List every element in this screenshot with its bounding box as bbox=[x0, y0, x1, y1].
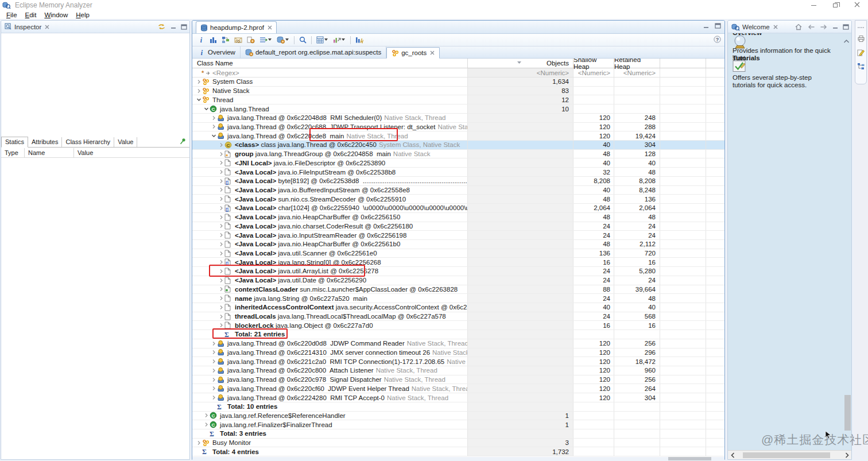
table-row[interactable]: java.lang.Thread @ 0x6c220c688 JDWP Tran… bbox=[192, 123, 724, 132]
table-row[interactable]: []<Java Local> char[1024] @ 0x6c2255940 … bbox=[192, 204, 724, 213]
view-tab-overview[interactable]: iOverview bbox=[193, 47, 241, 58]
tab-class-hierarchy[interactable]: Class Hierarchy bbox=[62, 137, 114, 147]
expand-icon[interactable] bbox=[211, 368, 217, 373]
table-row[interactable]: C<class> class java.lang.Thread @ 0x6c22… bbox=[192, 141, 724, 150]
table-row[interactable]: name java.lang.String @ 0x6c227a520 main… bbox=[192, 294, 724, 303]
table-row[interactable]: ΣTotal: 4 entries1,732 bbox=[192, 447, 724, 456]
print-icon[interactable] bbox=[857, 35, 865, 44]
calculator-button[interactable] bbox=[315, 35, 330, 45]
expand-icon[interactable] bbox=[196, 79, 202, 84]
editor-tab-heapdump[interactable]: heapdump-2.hprof bbox=[196, 21, 277, 33]
expert-system-button[interactable] bbox=[245, 35, 257, 45]
back-icon[interactable] bbox=[807, 24, 815, 30]
table-row[interactable]: group java.lang.ThreadGroup @ 0x6c220485… bbox=[192, 150, 724, 159]
numeric-filter-input[interactable]: <Numeric> bbox=[467, 68, 573, 77]
expand-icon[interactable] bbox=[218, 169, 224, 175]
table-row[interactable]: blockerLock java.lang.Object @ 0x6c227a7… bbox=[192, 321, 724, 330]
drag-handle-icon[interactable] bbox=[857, 23, 865, 30]
expand-icon[interactable] bbox=[196, 88, 202, 94]
expand-icon[interactable] bbox=[218, 215, 224, 220]
collapse-icon[interactable] bbox=[203, 106, 210, 111]
search-button[interactable] bbox=[297, 35, 308, 45]
dropdown-caret-icon[interactable] bbox=[285, 38, 289, 41]
expand-icon[interactable] bbox=[203, 413, 210, 418]
table-row[interactable]: Cjava.lang.ref.Finalizer$FinalizerThread… bbox=[192, 420, 724, 429]
table-row[interactable]: java.lang.Thread @ 0x6c220cde8 mainNativ… bbox=[192, 131, 724, 141]
expand-icon[interactable] bbox=[218, 142, 224, 148]
table-row[interactable]: Thread12 bbox=[192, 95, 724, 104]
table-row[interactable]: java.lang.Thread @ 0x6c220d0d8 JDWP Comm… bbox=[192, 339, 724, 348]
table-row[interactable]: <JNI Local> java.io.FileDescriptor @ 0x6… bbox=[192, 158, 724, 168]
column-shallow-heap[interactable]: Shallow Heap bbox=[573, 59, 614, 68]
table-row[interactable]: java.lang.Thread @ 0x6c220c978 Signal Di… bbox=[192, 375, 724, 385]
table-row[interactable]: java.lang.Thread @ 0x6c2224280 RMI TCP A… bbox=[192, 393, 724, 402]
welcome-tab[interactable]: Welcome bbox=[728, 21, 781, 33]
home-icon[interactable] bbox=[795, 23, 803, 30]
expand-icon[interactable] bbox=[218, 251, 224, 256]
table-row[interactable]: threadLocals java.lang.ThreadLocal$Threa… bbox=[192, 312, 724, 321]
column-class-name[interactable]: Class Name bbox=[192, 59, 467, 68]
expand-icon[interactable] bbox=[218, 196, 224, 202]
table-row[interactable]: java.lang.Thread @ 0x6c2214310 JMX serve… bbox=[192, 348, 724, 358]
table-row[interactable]: <Java Local> java.nio.HeapCharBuffer @ 0… bbox=[192, 213, 724, 222]
inspector-tab[interactable]: Inspector bbox=[1, 21, 53, 33]
edit-icon[interactable] bbox=[857, 49, 865, 57]
dropdown-caret-icon[interactable] bbox=[324, 38, 328, 41]
expand-icon[interactable] bbox=[218, 242, 224, 247]
scroll-right-icon[interactable] bbox=[842, 452, 851, 458]
menu-edit[interactable]: Edit bbox=[21, 11, 41, 18]
maximize-view-icon[interactable] bbox=[181, 24, 187, 30]
expand-icon[interactable] bbox=[218, 160, 224, 165]
view-tab-gc_roots[interactable]: gc_roots bbox=[386, 47, 440, 59]
dropdown-caret-icon[interactable] bbox=[268, 38, 272, 41]
regex-filter-input[interactable]: *<Regex> bbox=[192, 68, 467, 77]
expand-icon[interactable] bbox=[218, 259, 224, 265]
hierarchy-icon[interactable] bbox=[857, 63, 865, 71]
dominator-tree-button[interactable] bbox=[220, 35, 231, 45]
expand-icon[interactable] bbox=[211, 395, 217, 400]
table-row[interactable]: java.lang.Thread @ 0x6c220c800 Attach Li… bbox=[192, 366, 724, 375]
table-row[interactable]: Native Stack83 bbox=[192, 87, 724, 96]
table-row[interactable]: java.lang.Thread @ 0x6c220cf60 JDWP Even… bbox=[192, 384, 724, 393]
table-row[interactable]: Cjava.lang.ref.Reference$ReferenceHandle… bbox=[192, 412, 724, 421]
table-row[interactable]: java.lang.Thread @ 0x6c221c2a0 RMI TCP C… bbox=[192, 357, 724, 366]
expand-icon[interactable] bbox=[218, 233, 224, 238]
close-window-button[interactable] bbox=[846, 0, 868, 10]
table-row[interactable]: contextClassLoader sun.misc.Launcher$App… bbox=[192, 285, 724, 295]
thread-overview-button[interactable] bbox=[258, 35, 274, 45]
column-retained-heap[interactable]: Retained Heap bbox=[614, 59, 660, 68]
menu-window[interactable]: Window bbox=[40, 11, 72, 18]
column-name[interactable]: Name bbox=[24, 148, 73, 157]
column-value[interactable]: Value bbox=[73, 148, 189, 157]
welcome-vscroll-thumb[interactable] bbox=[844, 395, 851, 431]
table-row[interactable]: <Java Local> java.io.InputStreamReader @… bbox=[192, 231, 724, 240]
expand-icon[interactable] bbox=[218, 269, 224, 274]
table-row[interactable]: ΣTotal: 21 entries bbox=[192, 330, 724, 339]
view-tab-default_report[interactable]: default_report org.eclipse.mat.api:suspe… bbox=[241, 47, 386, 58]
expand-icon[interactable] bbox=[203, 422, 210, 427]
query-browser-button[interactable] bbox=[275, 35, 291, 45]
editor-tab-close-icon[interactable] bbox=[268, 25, 272, 30]
column-type[interactable]: Type bbox=[1, 148, 24, 157]
expand-icon[interactable] bbox=[218, 305, 224, 310]
info-button[interactable]: i bbox=[196, 35, 207, 45]
table-row[interactable]: <Java Local> java.util.ArrayList @ 0x6c2… bbox=[192, 267, 724, 276]
menu-file[interactable]: File bbox=[2, 11, 21, 18]
table-row[interactable]: <Java Local> java.nio.charset.CoderResul… bbox=[192, 222, 724, 231]
help-icon[interactable]: ? bbox=[714, 36, 721, 44]
oql-button[interactable]: OQL bbox=[232, 35, 244, 45]
pin-icon[interactable] bbox=[179, 138, 186, 146]
minimize-window-button[interactable] bbox=[803, 0, 824, 10]
collapse-icon[interactable] bbox=[196, 97, 202, 102]
compare-histogram-button[interactable] bbox=[354, 35, 365, 45]
expand-icon[interactable] bbox=[211, 124, 217, 129]
expand-icon[interactable] bbox=[218, 187, 224, 192]
welcome-horizontal-scrollbar[interactable] bbox=[728, 450, 851, 459]
expand-icon[interactable] bbox=[211, 386, 217, 391]
minimize-editor-icon[interactable] bbox=[703, 24, 709, 29]
editor-horizontal-scrollbar[interactable] bbox=[192, 457, 724, 460]
maximize-editor-icon[interactable] bbox=[715, 23, 721, 29]
collapse-icon[interactable] bbox=[211, 133, 217, 138]
maximize-welcome-icon[interactable] bbox=[843, 24, 849, 30]
table-row[interactable]: java.lang.Thread @ 0x6c22048d8 RMI Sched… bbox=[192, 114, 724, 123]
